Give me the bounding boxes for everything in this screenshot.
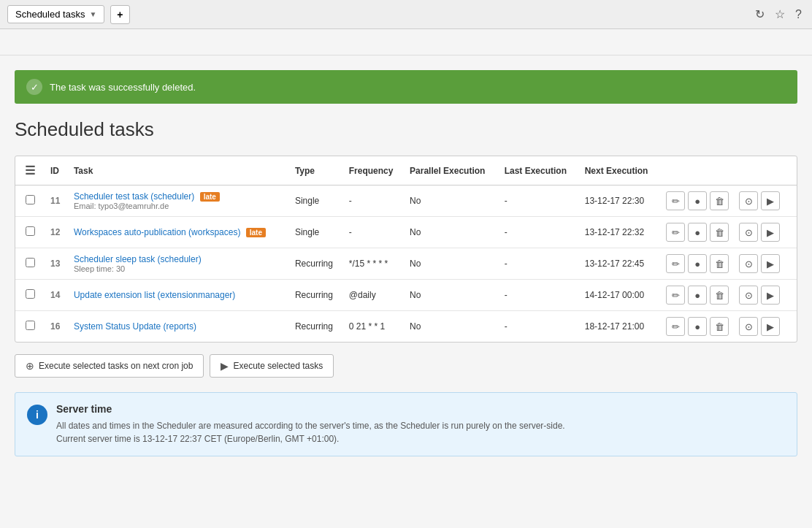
help-icon: ? bbox=[795, 8, 802, 20]
main-content: ✓ The task was successfully deleted. Sch… bbox=[0, 56, 812, 456]
task-id-11: 11 bbox=[45, 185, 68, 217]
toggle-btn-14[interactable]: ● bbox=[688, 286, 707, 305]
edit-btn-12[interactable]: ✏ bbox=[666, 223, 685, 242]
run-btn-16[interactable]: ▶ bbox=[761, 317, 780, 336]
schedule-btn-13[interactable]: ⊙ bbox=[739, 254, 758, 273]
bookmark-button[interactable]: ☆ bbox=[772, 4, 788, 24]
refresh-icon: ↻ bbox=[755, 8, 765, 20]
toggle-btn-13[interactable]: ● bbox=[688, 254, 707, 273]
col-actions bbox=[660, 156, 797, 185]
task-name-14: Update extension list (extensionmanager) bbox=[68, 280, 289, 311]
run-btn-11[interactable]: ▶ bbox=[761, 191, 780, 210]
late-badge-11: late bbox=[200, 192, 220, 202]
delete-btn-11[interactable]: 🗑 bbox=[710, 191, 729, 210]
help-button[interactable]: ? bbox=[792, 5, 805, 24]
task-last-exec-14: - bbox=[499, 280, 579, 311]
delete-btn-16[interactable]: 🗑 bbox=[710, 317, 729, 336]
run-btn-14[interactable]: ▶ bbox=[761, 286, 780, 305]
task-actions-16: ✏ ● 🗑 ⊙ ▶ bbox=[660, 311, 797, 343]
row-checkbox-11[interactable] bbox=[26, 195, 35, 204]
col-id: ID bbox=[45, 156, 68, 185]
task-last-exec-11: - bbox=[499, 185, 579, 217]
module-dropdown-label: Scheduled tasks bbox=[15, 9, 85, 20]
edit-btn-14[interactable]: ✏ bbox=[666, 286, 685, 305]
late-badge-12: late bbox=[246, 228, 266, 237]
row-checkbox-cell bbox=[15, 280, 45, 311]
table-row: 16 System Status Update (reports) Recurr… bbox=[15, 311, 797, 343]
add-task-button[interactable]: + bbox=[110, 5, 129, 24]
toggle-btn-16[interactable]: ● bbox=[688, 317, 707, 336]
delete-btn-14[interactable]: 🗑 bbox=[710, 286, 729, 305]
task-name-12: Workspaces auto-publication (workspaces)… bbox=[68, 217, 289, 248]
toggle-btn-12[interactable]: ● bbox=[688, 223, 707, 242]
dropdown-caret-icon: ▼ bbox=[89, 10, 96, 18]
execute-selected-button[interactable]: ▶ Execute selected tasks bbox=[210, 354, 334, 378]
success-message: The task was successfully deleted. bbox=[50, 82, 196, 93]
col-parallel: Parallel Execution bbox=[404, 156, 499, 185]
col-task: Task bbox=[68, 156, 289, 185]
task-next-exec-16: 18-12-17 21:00 bbox=[579, 311, 661, 343]
tasks-table: ☰ ID Task Type Frequency Parallel Execut… bbox=[15, 156, 797, 342]
top-bar-right: ↻ ☆ ? bbox=[752, 4, 805, 24]
execute-cron-label: Execute selected tasks on next cron job bbox=[39, 361, 193, 371]
info-line2: Current server time is 13-12-17 22:37 CE… bbox=[56, 432, 565, 445]
task-link-11[interactable]: Scheduler test task (scheduler) bbox=[74, 191, 194, 202]
row-checkbox-13[interactable] bbox=[26, 258, 35, 267]
row-checkbox-16[interactable] bbox=[26, 321, 35, 330]
task-frequency-14: @daily bbox=[343, 280, 404, 311]
select-all-icon[interactable]: ☰ bbox=[25, 164, 35, 177]
task-parallel-16: No bbox=[404, 311, 499, 343]
task-actions-12: ✏ ● 🗑 ⊙ ▶ bbox=[660, 217, 797, 248]
edit-btn-16[interactable]: ✏ bbox=[666, 317, 685, 336]
col-last-exec: Last Execution bbox=[499, 156, 579, 185]
task-id-16: 16 bbox=[45, 311, 68, 343]
run-btn-12[interactable]: ▶ bbox=[761, 223, 780, 242]
task-actions-13: ✏ ● 🗑 ⊙ ▶ bbox=[660, 248, 797, 280]
schedule-btn-12[interactable]: ⊙ bbox=[739, 223, 758, 242]
action-group-13: ✏ ● 🗑 ⊙ ▶ bbox=[666, 254, 791, 273]
edit-btn-13[interactable]: ✏ bbox=[666, 254, 685, 273]
task-sub-13: Sleep time: 30 bbox=[74, 264, 283, 273]
schedule-btn-14[interactable]: ⊙ bbox=[739, 286, 758, 305]
select-all-header[interactable]: ☰ bbox=[15, 156, 45, 185]
task-actions-14: ✏ ● 🗑 ⊙ ▶ bbox=[660, 280, 797, 311]
edit-btn-11[interactable]: ✏ bbox=[666, 191, 685, 210]
col-next-exec: Next Execution bbox=[579, 156, 661, 185]
success-banner: ✓ The task was successfully deleted. bbox=[15, 70, 797, 104]
col-type: Type bbox=[289, 156, 343, 185]
task-parallel-14: No bbox=[404, 280, 499, 311]
task-id-13: 13 bbox=[45, 248, 68, 280]
refresh-button[interactable]: ↻ bbox=[752, 4, 767, 24]
schedule-btn-16[interactable]: ⊙ bbox=[739, 317, 758, 336]
delete-btn-13[interactable]: 🗑 bbox=[710, 254, 729, 273]
module-dropdown[interactable]: Scheduled tasks ▼ bbox=[7, 5, 104, 23]
row-checkbox-12[interactable] bbox=[26, 226, 35, 236]
task-name-13: Scheduler sleep task (scheduler) Sleep t… bbox=[68, 248, 289, 280]
row-checkbox-cell bbox=[15, 185, 45, 217]
action-group-12: ✏ ● 🗑 ⊙ ▶ bbox=[666, 223, 791, 242]
info-title: Server time bbox=[56, 403, 565, 415]
task-link-13[interactable]: Scheduler sleep task (scheduler) bbox=[74, 254, 202, 264]
info-box: i Server time All dates and times in the… bbox=[15, 392, 797, 456]
table-row: 11 Scheduler test task (scheduler) late … bbox=[15, 185, 797, 217]
run-btn-13[interactable]: ▶ bbox=[761, 254, 780, 273]
toolbar-row bbox=[0, 29, 812, 56]
toggle-btn-11[interactable]: ● bbox=[688, 191, 707, 210]
delete-btn-12[interactable]: 🗑 bbox=[710, 223, 729, 242]
top-bar-left: Scheduled tasks ▼ + bbox=[7, 5, 130, 24]
schedule-btn-11[interactable]: ⊙ bbox=[739, 191, 758, 210]
execute-cron-button[interactable]: ⊕ Execute selected tasks on next cron jo… bbox=[15, 354, 204, 378]
task-type-11: Single bbox=[289, 185, 343, 217]
task-type-14: Recurring bbox=[289, 280, 343, 311]
task-link-16[interactable]: System Status Update (reports) bbox=[74, 321, 196, 332]
task-last-exec-16: - bbox=[499, 311, 579, 343]
success-icon: ✓ bbox=[26, 79, 42, 95]
row-checkbox-14[interactable] bbox=[26, 289, 35, 299]
task-frequency-11: - bbox=[343, 185, 404, 217]
task-link-14[interactable]: Update extension list (extensionmanager) bbox=[74, 290, 235, 300]
star-icon: ☆ bbox=[775, 8, 785, 20]
action-group-16: ✏ ● 🗑 ⊙ ▶ bbox=[666, 317, 791, 336]
task-last-exec-13: - bbox=[499, 248, 579, 280]
task-link-12[interactable]: Workspaces auto-publication (workspaces) bbox=[74, 227, 241, 237]
tasks-table-container: ☰ ID Task Type Frequency Parallel Execut… bbox=[15, 156, 797, 343]
